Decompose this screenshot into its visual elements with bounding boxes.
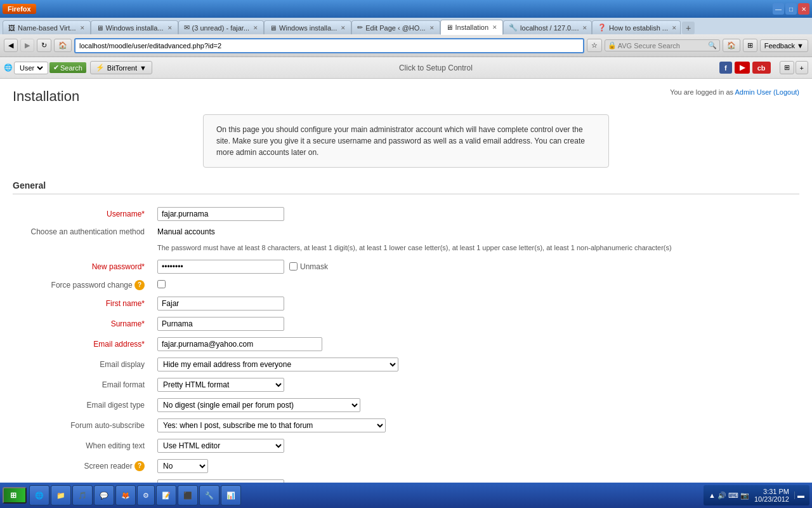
editing-text-select[interactable]: Use HTML editor bbox=[157, 439, 284, 453]
tab-localhost[interactable]: 🔧 localhost / 127.0.... ✕ bbox=[503, 20, 592, 34]
email-cell bbox=[152, 334, 799, 354]
tab-unread-mail[interactable]: ✉ (3 unread) - fajar... ✕ bbox=[178, 20, 265, 34]
address-bar[interactable] bbox=[74, 38, 584, 53]
screen-reader-help-icon[interactable]: ? bbox=[134, 461, 145, 471]
forum-subscribe-select[interactable]: Yes: when I post, subscribe me to that f… bbox=[157, 418, 386, 432]
email-row: Email address* bbox=[13, 334, 799, 354]
facebook-button[interactable]: f bbox=[719, 62, 732, 74]
social-buttons: f ▶ cb bbox=[719, 62, 771, 74]
firefox-menu-button[interactable]: Firefox bbox=[3, 4, 36, 14]
youtube-button[interactable]: ▶ bbox=[735, 62, 750, 74]
force-password-help-icon[interactable]: ? bbox=[134, 280, 145, 290]
tab-close-icon[interactable]: ✕ bbox=[582, 25, 587, 31]
tab-close-icon[interactable]: ✕ bbox=[80, 25, 85, 31]
search-type-select[interactable]: User bbox=[17, 64, 45, 72]
email-display-cell: Hide my email address from everyone bbox=[152, 354, 799, 375]
city-row: City/town* bbox=[13, 476, 799, 483]
titlebar-left: Firefox bbox=[3, 4, 36, 14]
search-button[interactable]: ✔ Search bbox=[49, 62, 86, 73]
tab-edit-page[interactable]: ✏ Edit Page ‹ @HO... ✕ bbox=[351, 20, 440, 34]
username-input[interactable] bbox=[157, 207, 284, 221]
feedback-button[interactable]: Feedback ▼ bbox=[760, 39, 808, 52]
bookmark-nav-button[interactable]: ⊞ bbox=[743, 39, 757, 52]
first-name-label: First name* bbox=[13, 293, 152, 314]
username-row: Username* bbox=[13, 204, 799, 224]
tab-label: Name-based Virt... bbox=[18, 24, 76, 32]
main-content: Installation You are logged in as Admin … bbox=[0, 79, 812, 483]
auth-method-label: Choose an authentication method bbox=[13, 224, 152, 239]
toolbar-extra-btn1[interactable]: ⊞ bbox=[780, 61, 794, 74]
bookmark-button[interactable]: ☆ bbox=[587, 39, 602, 52]
minimize-button[interactable]: — bbox=[773, 3, 784, 15]
tab-close-icon[interactable]: ✕ bbox=[253, 25, 258, 31]
password-input-group: Unmask bbox=[157, 260, 794, 274]
screen-reader-cell: No bbox=[152, 456, 799, 476]
unmask-checkbox[interactable] bbox=[289, 262, 298, 271]
forum-subscribe-cell: Yes: when I post, subscribe me to that f… bbox=[152, 415, 799, 436]
tab-icon: 🖼 bbox=[8, 24, 15, 32]
dropdown-icon: ▼ bbox=[140, 64, 147, 72]
tab-installation[interactable]: 🖥 Installation ✕ bbox=[440, 20, 504, 35]
city-label: City/town* bbox=[13, 476, 152, 483]
addon-toolbar: 🌐 User ✔ Search ⚡ BitTorrent ▼ Click to … bbox=[0, 57, 812, 79]
tab-close-icon[interactable]: ✕ bbox=[429, 25, 435, 31]
admin-user-link[interactable]: Admin User bbox=[735, 88, 771, 96]
tab-windows-install-1[interactable]: 🖥 Windows installa... ✕ bbox=[91, 20, 178, 34]
email-digest-select[interactable]: No digest (single email per forum post) bbox=[157, 398, 360, 412]
unmask-label: Unmask bbox=[289, 262, 328, 271]
home-nav-button[interactable]: 🏠 bbox=[723, 39, 740, 52]
back-button[interactable]: ◀ bbox=[4, 39, 18, 52]
bittorrent-button[interactable]: ⚡ BitTorrent ▼ bbox=[90, 61, 152, 74]
force-password-label: Force password change ? bbox=[13, 277, 152, 293]
surname-row: Surname* bbox=[13, 314, 799, 334]
new-password-row: New password* Unmask bbox=[13, 257, 799, 277]
tab-label: localhost / 127.0.... bbox=[520, 24, 579, 32]
forum-subscribe-label: Forum auto-subscribe bbox=[13, 415, 152, 436]
tab-name-based[interactable]: 🖼 Name-based Virt... ✕ bbox=[3, 20, 91, 34]
surname-cell bbox=[152, 314, 799, 334]
new-tab-button[interactable]: + bbox=[682, 22, 695, 34]
email-digest-row: Email digest type No digest (single emai… bbox=[13, 395, 799, 415]
email-format-row: Email format Pretty HTML format bbox=[13, 375, 799, 395]
new-password-input[interactable] bbox=[157, 260, 284, 274]
email-format-cell: Pretty HTML format bbox=[152, 375, 799, 395]
reload-button[interactable]: ↻ bbox=[37, 39, 51, 52]
new-password-label: New password* bbox=[13, 257, 152, 277]
username-label: Username* bbox=[13, 204, 152, 224]
first-name-input[interactable] bbox=[157, 297, 284, 311]
home-button[interactable]: 🏠 bbox=[54, 39, 72, 52]
logout-link[interactable]: (Logout) bbox=[773, 88, 799, 96]
toolbar-extra-btn2[interactable]: + bbox=[796, 61, 808, 74]
bittorrent-icon: ⚡ bbox=[96, 64, 105, 72]
screen-reader-select[interactable]: No bbox=[157, 459, 208, 473]
email-input[interactable] bbox=[157, 337, 322, 351]
tab-icon: ✉ bbox=[184, 23, 190, 32]
email-format-select[interactable]: Pretty HTML format bbox=[157, 378, 284, 392]
force-password-cell bbox=[152, 277, 799, 293]
avg-search-input[interactable] bbox=[618, 42, 707, 50]
close-button[interactable]: ✕ bbox=[798, 3, 809, 15]
logged-in-bar: You are logged in as Admin User (Logout) bbox=[670, 88, 799, 96]
auth-method-value: Manual accounts bbox=[157, 227, 215, 236]
force-password-checkbox[interactable] bbox=[157, 280, 166, 288]
surname-label: Surname* bbox=[13, 314, 152, 334]
first-name-row: First name* bbox=[13, 293, 799, 314]
surname-input[interactable] bbox=[157, 317, 284, 331]
tab-close-icon[interactable]: ✕ bbox=[492, 24, 497, 30]
tab-close-icon[interactable]: ✕ bbox=[341, 25, 346, 31]
email-format-label: Email format bbox=[13, 375, 152, 395]
general-section-title: General bbox=[13, 180, 799, 194]
forward-button[interactable]: ▶ bbox=[20, 39, 34, 52]
cb-button[interactable]: cb bbox=[752, 62, 771, 74]
editing-text-label: When editing text bbox=[13, 436, 152, 456]
maximize-button[interactable]: □ bbox=[785, 3, 797, 15]
tab-label: Installation bbox=[455, 23, 489, 31]
tab-how-to[interactable]: ❓ How to establish ... ✕ bbox=[592, 20, 681, 34]
tab-windows-install-2[interactable]: 🖥 Windows installa... ✕ bbox=[264, 20, 351, 34]
tab-close-icon[interactable]: ✕ bbox=[672, 25, 677, 31]
tab-close-icon[interactable]: ✕ bbox=[167, 25, 173, 31]
email-label: Email address* bbox=[13, 334, 152, 354]
password-hint-text: The password must have at least 8 charac… bbox=[157, 244, 672, 251]
email-display-select[interactable]: Hide my email address from everyone bbox=[157, 358, 398, 371]
tab-label: Edit Page ‹ @HO... bbox=[365, 24, 425, 32]
